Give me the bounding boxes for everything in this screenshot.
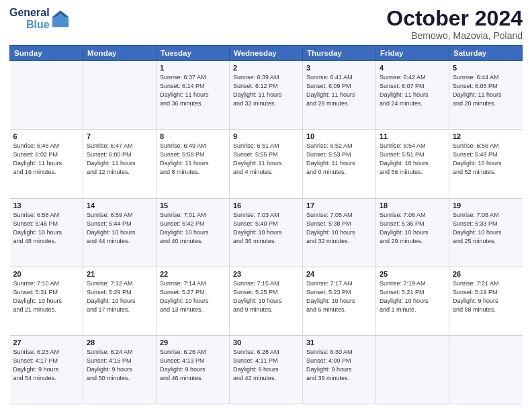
- day-content: Sunrise: 6:39 AM Sunset: 6:12 PM Dayligh…: [233, 73, 299, 108]
- calendar-cell: 13Sunrise: 6:58 AM Sunset: 5:46 PM Dayli…: [10, 198, 83, 267]
- day-number: 19: [453, 201, 519, 210]
- day-number: 15: [160, 201, 226, 210]
- calendar-cell: 23Sunrise: 7:15 AM Sunset: 5:25 PM Dayli…: [230, 267, 303, 335]
- day-content: Sunrise: 7:15 AM Sunset: 5:25 PM Dayligh…: [233, 279, 299, 314]
- day-number: 6: [13, 132, 80, 140]
- day-number: 31: [306, 338, 372, 347]
- logo: General Blue: [9, 7, 70, 30]
- calendar-cell: 29Sunrise: 6:26 AM Sunset: 4:13 PM Dayli…: [157, 335, 230, 404]
- day-content: Sunrise: 6:42 AM Sunset: 6:07 PM Dayligh…: [380, 73, 445, 108]
- day-content: Sunrise: 7:10 AM Sunset: 5:31 PM Dayligh…: [13, 279, 80, 314]
- day-content: Sunrise: 6:26 AM Sunset: 4:13 PM Dayligh…: [160, 348, 226, 383]
- day-number: 23: [233, 270, 299, 278]
- day-number: 24: [306, 270, 372, 278]
- col-monday: Monday: [83, 46, 157, 61]
- calendar-week-4: 27Sunrise: 6:23 AM Sunset: 4:17 PM Dayli…: [10, 335, 523, 404]
- day-number: 3: [306, 64, 372, 72]
- calendar-cell: 19Sunrise: 7:08 AM Sunset: 5:33 PM Dayli…: [449, 198, 523, 267]
- day-content: Sunrise: 6:56 AM Sunset: 5:49 PM Dayligh…: [453, 142, 519, 177]
- day-content: Sunrise: 6:23 AM Sunset: 4:17 PM Dayligh…: [13, 348, 80, 383]
- day-content: Sunrise: 7:06 AM Sunset: 5:36 PM Dayligh…: [380, 211, 445, 246]
- page: General Blue October 2024 Bemowo, Mazovi…: [0, 0, 532, 411]
- day-number: 28: [87, 338, 152, 347]
- day-content: Sunrise: 6:51 AM Sunset: 5:55 PM Dayligh…: [233, 142, 299, 177]
- calendar-cell: 16Sunrise: 7:03 AM Sunset: 5:40 PM Dayli…: [230, 198, 303, 267]
- day-number: 11: [380, 132, 445, 140]
- calendar-cell: 14Sunrise: 6:59 AM Sunset: 5:44 PM Dayli…: [83, 198, 157, 267]
- day-number: 12: [453, 132, 519, 140]
- calendar-cell: 20Sunrise: 7:10 AM Sunset: 5:31 PM Dayli…: [10, 267, 83, 335]
- day-number: 9: [233, 132, 299, 140]
- day-number: 16: [233, 201, 299, 210]
- calendar-cell: 6Sunrise: 6:46 AM Sunset: 6:02 PM Daylig…: [10, 130, 83, 198]
- day-number: 1: [160, 64, 226, 72]
- calendar-cell: 7Sunrise: 6:47 AM Sunset: 6:00 PM Daylig…: [83, 130, 157, 198]
- calendar-cell: 18Sunrise: 7:06 AM Sunset: 5:36 PM Dayli…: [376, 198, 449, 267]
- calendar-week-2: 13Sunrise: 6:58 AM Sunset: 5:46 PM Dayli…: [10, 198, 523, 267]
- col-wednesday: Wednesday: [230, 46, 303, 61]
- day-number: 26: [453, 270, 519, 278]
- day-content: Sunrise: 7:12 AM Sunset: 5:29 PM Dayligh…: [87, 279, 152, 314]
- day-content: Sunrise: 6:30 AM Sunset: 4:09 PM Dayligh…: [306, 348, 372, 383]
- calendar-week-3: 20Sunrise: 7:10 AM Sunset: 5:31 PM Dayli…: [10, 267, 523, 335]
- day-number: 27: [13, 338, 80, 347]
- day-number: 5: [453, 64, 519, 72]
- calendar-cell: 26Sunrise: 7:21 AM Sunset: 5:19 PM Dayli…: [449, 267, 523, 335]
- calendar-table: Sunday Monday Tuesday Wednesday Thursday…: [9, 45, 523, 404]
- day-content: Sunrise: 6:47 AM Sunset: 6:00 PM Dayligh…: [87, 142, 152, 177]
- calendar-cell: 10Sunrise: 6:52 AM Sunset: 5:53 PM Dayli…: [303, 130, 376, 198]
- day-content: Sunrise: 6:58 AM Sunset: 5:46 PM Dayligh…: [13, 211, 80, 246]
- calendar-week-0: 1Sunrise: 6:37 AM Sunset: 6:14 PM Daylig…: [10, 61, 523, 130]
- calendar-cell: 3Sunrise: 6:41 AM Sunset: 6:09 PM Daylig…: [303, 61, 376, 130]
- day-number: 18: [380, 201, 445, 210]
- day-content: Sunrise: 7:17 AM Sunset: 5:23 PM Dayligh…: [306, 279, 372, 314]
- col-saturday: Saturday: [449, 46, 523, 61]
- day-content: Sunrise: 7:19 AM Sunset: 5:21 PM Dayligh…: [380, 279, 445, 314]
- day-number: 17: [306, 201, 372, 210]
- day-number: 10: [306, 132, 372, 140]
- calendar-cell: [449, 335, 523, 404]
- calendar-cell: 17Sunrise: 7:05 AM Sunset: 5:38 PM Dayli…: [303, 198, 376, 267]
- day-content: Sunrise: 7:03 AM Sunset: 5:40 PM Dayligh…: [233, 211, 299, 246]
- day-content: Sunrise: 6:44 AM Sunset: 6:05 PM Dayligh…: [453, 73, 519, 108]
- calendar-cell: 4Sunrise: 6:42 AM Sunset: 6:07 PM Daylig…: [376, 61, 449, 130]
- day-number: 20: [13, 270, 80, 278]
- day-content: Sunrise: 7:08 AM Sunset: 5:33 PM Dayligh…: [453, 211, 519, 246]
- day-content: Sunrise: 6:41 AM Sunset: 6:09 PM Dayligh…: [306, 73, 372, 108]
- calendar-cell: 24Sunrise: 7:17 AM Sunset: 5:23 PM Dayli…: [303, 267, 376, 335]
- header-row: Sunday Monday Tuesday Wednesday Thursday…: [10, 46, 523, 61]
- logo-blue: Blue: [9, 19, 50, 31]
- calendar-cell: [376, 335, 449, 404]
- calendar-cell: 25Sunrise: 7:19 AM Sunset: 5:21 PM Dayli…: [376, 267, 449, 335]
- day-number: 22: [160, 270, 226, 278]
- day-content: Sunrise: 6:24 AM Sunset: 4:15 PM Dayligh…: [87, 348, 152, 383]
- day-number: 29: [160, 338, 226, 347]
- day-content: Sunrise: 7:01 AM Sunset: 5:42 PM Dayligh…: [160, 211, 226, 246]
- day-content: Sunrise: 6:54 AM Sunset: 5:51 PM Dayligh…: [380, 142, 445, 177]
- logo-icon: [51, 9, 70, 28]
- day-content: Sunrise: 6:49 AM Sunset: 5:58 PM Dayligh…: [160, 142, 226, 177]
- subtitle: Bemowo, Mazovia, Poland: [386, 30, 523, 41]
- logo-general: General: [9, 7, 50, 19]
- calendar-cell: 28Sunrise: 6:24 AM Sunset: 4:15 PM Dayli…: [83, 335, 157, 404]
- day-number: 4: [380, 64, 445, 72]
- day-content: Sunrise: 6:59 AM Sunset: 5:44 PM Dayligh…: [87, 211, 152, 246]
- calendar-week-1: 6Sunrise: 6:46 AM Sunset: 6:02 PM Daylig…: [10, 130, 523, 198]
- calendar-cell: 5Sunrise: 6:44 AM Sunset: 6:05 PM Daylig…: [449, 61, 523, 130]
- calendar-cell: 30Sunrise: 6:28 AM Sunset: 4:11 PM Dayli…: [230, 335, 303, 404]
- calendar-cell: 21Sunrise: 7:12 AM Sunset: 5:29 PM Dayli…: [83, 267, 157, 335]
- day-number: 7: [87, 132, 152, 140]
- day-content: Sunrise: 6:28 AM Sunset: 4:11 PM Dayligh…: [233, 348, 299, 383]
- main-title: October 2024: [386, 7, 523, 30]
- col-tuesday: Tuesday: [157, 46, 230, 61]
- day-content: Sunrise: 6:46 AM Sunset: 6:02 PM Dayligh…: [13, 142, 80, 177]
- day-number: 8: [160, 132, 226, 140]
- day-content: Sunrise: 6:37 AM Sunset: 6:14 PM Dayligh…: [160, 73, 226, 108]
- day-content: Sunrise: 7:21 AM Sunset: 5:19 PM Dayligh…: [453, 279, 519, 314]
- calendar-cell: 22Sunrise: 7:14 AM Sunset: 5:27 PM Dayli…: [157, 267, 230, 335]
- calendar-cell: 27Sunrise: 6:23 AM Sunset: 4:17 PM Dayli…: [10, 335, 83, 404]
- calendar-cell: 9Sunrise: 6:51 AM Sunset: 5:55 PM Daylig…: [230, 130, 303, 198]
- day-content: Sunrise: 7:14 AM Sunset: 5:27 PM Dayligh…: [160, 279, 226, 314]
- day-number: 25: [380, 270, 445, 278]
- calendar-cell: 31Sunrise: 6:30 AM Sunset: 4:09 PM Dayli…: [303, 335, 376, 404]
